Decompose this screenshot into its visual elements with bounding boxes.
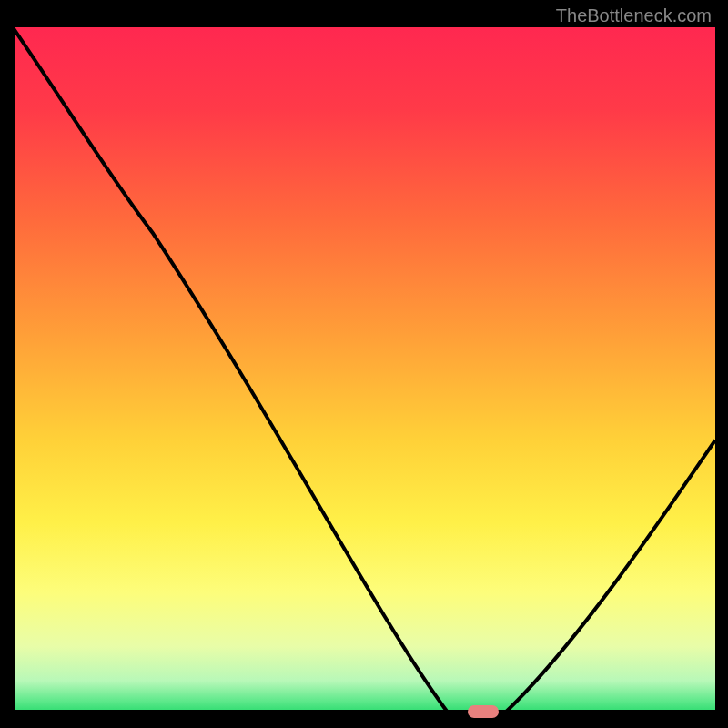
chart-container xyxy=(13,27,715,715)
watermark-text: TheBottleneck.com xyxy=(556,5,712,26)
optimal-marker xyxy=(468,705,499,718)
chart-axes xyxy=(13,27,715,715)
